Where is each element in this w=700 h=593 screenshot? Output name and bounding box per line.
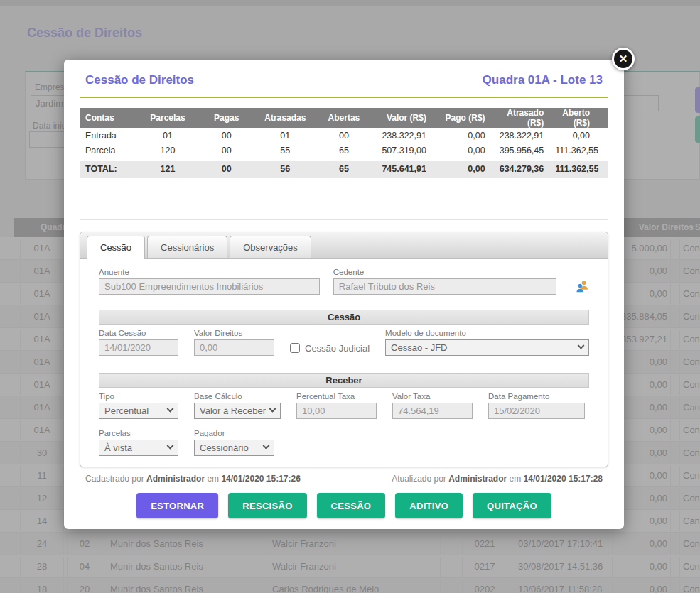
- tab-container: CessãoCessionáriosObservações Anuente Ce…: [80, 232, 608, 467]
- audit-footer: Cadastrado por Administrador em 14/01/20…: [80, 474, 608, 484]
- base-calculo-select[interactable]: Valor à Receber: [194, 403, 281, 419]
- tipo-select[interactable]: Percentual: [99, 403, 178, 419]
- people-icon[interactable]: [576, 279, 589, 293]
- modelo-documento-value: Cessao - JFD: [391, 342, 447, 353]
- summary-total-row: TOTAL:121005665745.641,910,00634.279,361…: [80, 159, 608, 178]
- tab-content-cessao: Anuente Cedente Cessão: [80, 259, 608, 456]
- summary-cell: 238.322,91: [491, 128, 550, 143]
- summary-cell: Entrada: [80, 128, 139, 143]
- modal-header: Cessão de Direitos Quadra 01A - Lote 13: [80, 73, 608, 87]
- tab-bar: CessãoCessionáriosObservações: [80, 232, 608, 259]
- anuente-label: Anuente: [99, 268, 320, 276]
- summary-cell: 111.362,55: [549, 159, 608, 178]
- summary-cell: 121: [139, 159, 198, 178]
- chevron-down-icon: [167, 442, 174, 450]
- summary-cell: 120: [139, 143, 198, 159]
- tipo-label: Tipo: [99, 392, 178, 401]
- summary-cell: 0,00: [549, 128, 608, 143]
- pagador-value: Cessionário: [200, 442, 249, 453]
- modelo-documento-select[interactable]: Cessao - JFD: [385, 339, 589, 356]
- summary-cell: 111.362,55: [549, 143, 608, 159]
- modal-lot-label: Quadra 01A - Lote 13: [483, 73, 603, 87]
- chevron-down-icon: [167, 406, 174, 413]
- data-pagamento-input[interactable]: [488, 403, 585, 419]
- summary-column-header: Contas: [80, 108, 139, 128]
- summary-row: Entrada01000100238.322,910,00238.322,910…: [80, 128, 608, 143]
- summary-cell: 0,00: [432, 159, 491, 178]
- summary-cell: 395.956,45: [491, 143, 550, 159]
- data-pagamento-label: Data Pagamento: [488, 392, 585, 401]
- action-buttons: ESTORNARRESCISÃOCESSÃOADITIVOQUITAÇÃO: [80, 493, 608, 518]
- section-divider: [80, 219, 608, 220]
- summary-cell: 56: [256, 159, 315, 178]
- chevron-down-icon: [263, 442, 270, 450]
- parcelas-label: Parcelas: [99, 429, 178, 437]
- summary-column-header: Abertas: [315, 108, 374, 128]
- quitacao-button[interactable]: QUITAÇÃO: [473, 493, 551, 518]
- receber-section-header: Receber: [99, 373, 589, 388]
- aditivo-button[interactable]: ADITIVO: [395, 493, 463, 518]
- cedente-label: Cedente: [333, 268, 557, 276]
- summary-cell: 0,00: [432, 128, 491, 143]
- summary-cell: TOTAL:: [80, 159, 139, 178]
- estornar-button[interactable]: ESTORNAR: [136, 493, 218, 518]
- summary-cell: 01: [139, 128, 198, 143]
- cedente-input[interactable]: [333, 278, 557, 295]
- summary-cell: Parcela: [80, 143, 139, 159]
- summary-cell: 00: [197, 159, 256, 178]
- cessao-judicial-label: Cessão Judicial: [305, 343, 370, 354]
- pagador-label: Pagador: [194, 429, 274, 437]
- accounts-summary-table: ContasParcelasPagasAtrasadasAbertasValor…: [80, 108, 608, 178]
- summary-cell: 00: [315, 128, 374, 143]
- tab-cessao[interactable]: Cessão: [87, 236, 145, 259]
- pagador-select[interactable]: Cessionário: [194, 440, 274, 456]
- summary-cell: 634.279,36: [491, 159, 550, 178]
- anuente-input[interactable]: [99, 278, 320, 295]
- summary-cell: 65: [315, 143, 374, 159]
- summary-row: Parcela120005565507.319,000,00395.956,45…: [80, 143, 608, 159]
- tab-cessionarios[interactable]: Cessionários: [147, 236, 227, 258]
- data-cessao-label: Data Cessão: [99, 329, 178, 337]
- summary-cell: 0,00: [432, 143, 491, 159]
- created-info: Cadastrado por Administrador em 14/01/20…: [85, 474, 301, 484]
- rescisao-button[interactable]: RESCISÃO: [228, 493, 306, 518]
- summary-column-header: Pago (R$): [432, 108, 491, 128]
- updated-info: Atualizado por Administrador em 14/01/20…: [392, 474, 603, 484]
- valor-taxa-input[interactable]: [392, 403, 473, 419]
- chevron-down-icon: [269, 406, 276, 413]
- summary-cell: 507.319,00: [373, 143, 432, 159]
- cessao-button[interactable]: CESSÃO: [317, 493, 386, 518]
- summary-column-header: Valor (R$): [373, 108, 432, 128]
- summary-cell: 65: [315, 159, 374, 178]
- cessao-judicial-checkbox[interactable]: [290, 343, 300, 353]
- summary-column-header: Parcelas: [139, 108, 198, 128]
- summary-column-header: Atrasado (R$): [491, 108, 550, 128]
- valor-direitos-input[interactable]: [194, 339, 274, 356]
- modal-title: Cessão de Direitos: [85, 73, 194, 87]
- tipo-value: Percentual: [104, 406, 149, 416]
- summary-column-header: Atrasadas: [256, 108, 315, 128]
- summary-column-header: Aberto (R$): [549, 108, 608, 128]
- cessao-section-header: Cessão: [99, 310, 589, 325]
- screen: Cessão de Direitos Empresa Data inicial …: [0, 0, 700, 593]
- parcelas-value: À vista: [104, 442, 132, 453]
- data-cessao-input[interactable]: [99, 339, 178, 356]
- base-calculo-label: Base Cálculo: [194, 392, 281, 401]
- percentual-taxa-label: Percentual Taxa: [296, 392, 377, 401]
- tab-observacoes[interactable]: Observações: [230, 236, 311, 258]
- close-button[interactable]: ✕: [612, 48, 635, 70]
- parcelas-select[interactable]: À vista: [99, 440, 178, 456]
- chevron-down-icon: [578, 342, 585, 349]
- modelo-documento-label: Modelo de documento: [385, 329, 589, 337]
- summary-column-header: Pagas: [197, 108, 256, 128]
- summary-cell: 238.322,91: [373, 128, 432, 143]
- summary-cell: 55: [256, 143, 315, 159]
- cessao-de-direitos-modal: Cessão de Direitos Quadra 01A - Lote 13 …: [64, 60, 624, 529]
- summary-cell: 745.641,91: [373, 159, 432, 178]
- title-divider: [80, 97, 608, 98]
- percentual-taxa-input[interactable]: [296, 403, 377, 419]
- summary-cell: 01: [256, 128, 315, 143]
- valor-taxa-label: Valor Taxa: [392, 392, 473, 401]
- base-calculo-value: Valor à Receber: [200, 406, 266, 416]
- valor-direitos-label: Valor Direitos: [194, 329, 274, 337]
